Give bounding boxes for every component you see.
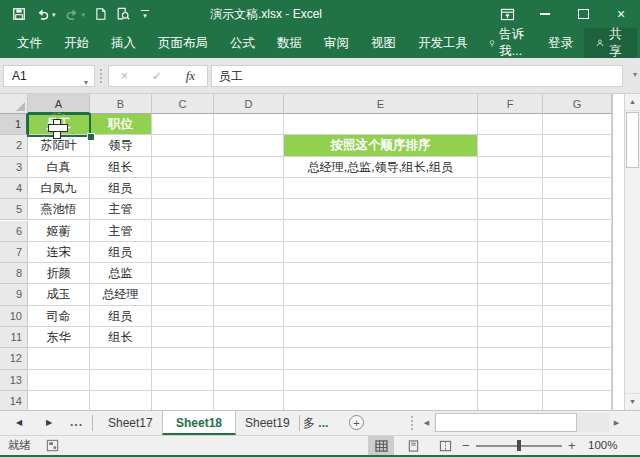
fill-handle[interactable] xyxy=(87,133,95,141)
sign-in-button[interactable]: 登录 xyxy=(537,28,584,58)
normal-view-icon[interactable] xyxy=(368,436,394,455)
cell[interactable] xyxy=(214,157,284,178)
cell[interactable] xyxy=(214,114,284,135)
zoom-out-icon[interactable]: − xyxy=(462,436,470,455)
cell-a6[interactable]: 姬蘅 xyxy=(28,221,90,242)
cell[interactable] xyxy=(543,327,612,348)
cell-b6[interactable]: 主管 xyxy=(90,221,152,242)
cell[interactable] xyxy=(284,327,478,348)
prev-sheet-icon[interactable]: ◀ xyxy=(16,411,22,435)
cell[interactable] xyxy=(214,327,284,348)
cell-b2[interactable]: 领导 xyxy=(90,135,152,156)
cell[interactable] xyxy=(214,263,284,284)
cell[interactable] xyxy=(28,391,90,410)
row-header[interactable]: 11 xyxy=(0,327,28,348)
add-sheet-icon[interactable]: + xyxy=(349,415,364,430)
cell[interactable] xyxy=(478,370,543,391)
select-all-button[interactable] xyxy=(0,94,28,114)
tab-review[interactable]: 审阅 xyxy=(313,28,360,58)
cell[interactable] xyxy=(152,178,214,199)
cell-a3[interactable]: 白真 xyxy=(28,157,90,178)
print-preview-icon[interactable] xyxy=(116,7,130,21)
cell[interactable] xyxy=(28,370,90,391)
page-break-preview-icon[interactable] xyxy=(432,436,458,455)
close-button[interactable]: × xyxy=(602,0,640,28)
column-header-d[interactable]: D xyxy=(214,94,284,114)
tell-me-box[interactable]: 告诉我... xyxy=(479,26,537,60)
cell[interactable] xyxy=(152,348,214,369)
tab-page-layout[interactable]: 页面布局 xyxy=(147,28,219,58)
row-header[interactable]: 14 xyxy=(0,391,28,410)
row-header[interactable]: 6 xyxy=(0,221,28,242)
column-header-e[interactable]: E xyxy=(284,94,478,114)
cell[interactable] xyxy=(284,370,478,391)
vertical-scrollbar-thumb[interactable] xyxy=(626,112,639,168)
new-file-icon[interactable] xyxy=(94,7,107,21)
row-header[interactable]: 13 xyxy=(0,370,28,391)
cell-b7[interactable]: 组员 xyxy=(90,242,152,263)
cell-a4[interactable]: 白凤九 xyxy=(28,178,90,199)
share-button[interactable]: 共享 xyxy=(584,28,638,58)
cell-e3[interactable]: 总经理,总监,领导,组长,组员 xyxy=(284,157,478,178)
horizontal-scrollbar-thumb[interactable] xyxy=(435,413,577,432)
cell-a11[interactable]: 东华 xyxy=(28,327,90,348)
sheet-tab-sheet17[interactable]: Sheet17 xyxy=(95,411,166,435)
cell[interactable] xyxy=(214,370,284,391)
row-header[interactable]: 1 xyxy=(0,114,28,135)
page-layout-view-icon[interactable] xyxy=(400,436,426,455)
cell[interactable] xyxy=(152,391,214,410)
cell[interactable] xyxy=(543,157,612,178)
zoom-in-icon[interactable]: + xyxy=(568,436,576,455)
horizontal-scrollbar[interactable]: ◀ ▶ xyxy=(419,413,624,432)
column-header-g[interactable]: G xyxy=(543,94,612,114)
save-icon[interactable] xyxy=(12,7,26,21)
formula-input[interactable]: 员工 xyxy=(211,65,623,87)
cell-a9[interactable]: 成玉 xyxy=(28,284,90,305)
insert-function-icon[interactable]: fx xyxy=(186,68,195,84)
cell[interactable] xyxy=(214,199,284,220)
cell[interactable] xyxy=(90,391,152,410)
cell[interactable] xyxy=(214,391,284,410)
row-header[interactable]: 12 xyxy=(0,348,28,369)
cell[interactable] xyxy=(543,306,612,327)
cell-a7[interactable]: 连宋 xyxy=(28,242,90,263)
cell[interactable] xyxy=(214,242,284,263)
cell[interactable] xyxy=(478,157,543,178)
cell[interactable] xyxy=(478,284,543,305)
ribbon-display-options-icon[interactable] xyxy=(488,0,526,28)
tab-data[interactable]: 数据 xyxy=(266,28,313,58)
zoom-level[interactable]: 100% xyxy=(588,436,617,455)
cell[interactable] xyxy=(152,306,214,327)
column-header-c[interactable]: C xyxy=(152,94,214,114)
cell[interactable] xyxy=(478,242,543,263)
row-header[interactable]: 8 xyxy=(0,263,28,284)
undo-dropdown-icon[interactable]: ▾ xyxy=(52,11,56,18)
customize-qat-icon[interactable]: ▾ xyxy=(141,10,149,19)
cell[interactable] xyxy=(214,306,284,327)
cell-b4[interactable]: 组员 xyxy=(90,178,152,199)
cell[interactable] xyxy=(543,242,612,263)
cell-a5[interactable]: 燕池悟 xyxy=(28,199,90,220)
cell[interactable] xyxy=(28,348,90,369)
tab-developer[interactable]: 开发工具 xyxy=(407,28,479,58)
tab-insert[interactable]: 插入 xyxy=(100,28,147,58)
cell[interactable] xyxy=(214,178,284,199)
maximize-button[interactable] xyxy=(564,0,602,28)
cell[interactable] xyxy=(152,199,214,220)
cell[interactable] xyxy=(478,199,543,220)
scroll-up-icon[interactable]: ▲ xyxy=(625,94,640,111)
cell[interactable] xyxy=(478,114,543,135)
row-header[interactable]: 2 xyxy=(0,135,28,156)
scroll-right-icon[interactable]: ▶ xyxy=(609,413,624,432)
row-header[interactable]: 10 xyxy=(0,306,28,327)
cell[interactable] xyxy=(543,284,612,305)
sheet-tab-sheet18[interactable]: Sheet18 xyxy=(162,411,236,435)
cell-b5[interactable]: 主管 xyxy=(90,199,152,220)
cell-b1[interactable]: 职位 xyxy=(90,114,152,135)
tab-splitter-handle[interactable] xyxy=(411,416,413,430)
cell[interactable] xyxy=(284,199,478,220)
row-header[interactable]: 5 xyxy=(0,199,28,220)
sheet-tab-sheet19[interactable]: Sheet19 xyxy=(232,411,303,435)
row-header[interactable]: 9 xyxy=(0,284,28,305)
cell-b8[interactable]: 总监 xyxy=(90,263,152,284)
